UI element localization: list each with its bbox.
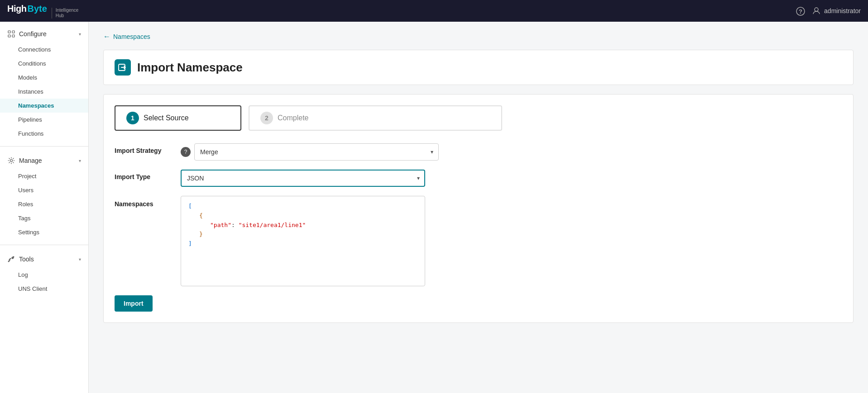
svg-rect-3 (8, 31, 10, 33)
tools-group-header[interactable]: Tools ▾ (0, 251, 88, 268)
import-button-row: Import (115, 295, 842, 312)
configure-label: Configure (19, 30, 47, 38)
tools-chevron: ▾ (79, 257, 81, 262)
page-title: Import Namespace (137, 61, 243, 75)
svg-rect-5 (8, 35, 10, 37)
import-strategy-select[interactable]: Merge Replace Append (194, 143, 439, 161)
sidebar-item-log[interactable]: Log (0, 268, 88, 282)
sidebar-divider-2 (0, 245, 88, 245)
svg-rect-6 (12, 35, 14, 37)
step-2-label: Complete (278, 114, 308, 122)
import-strategy-label: Import Strategy (115, 143, 173, 154)
configure-chevron: ▾ (79, 32, 81, 37)
logo: HighByte IntelligenceHub (7, 4, 78, 19)
breadcrumb-label: Namespaces (113, 33, 150, 40)
configure-group-header[interactable]: Configure ▾ (0, 25, 88, 43)
page-header: Import Namespace (103, 50, 854, 85)
user-icon (812, 7, 820, 15)
sidebar-item-roles[interactable]: Roles (0, 197, 88, 211)
sidebar-item-settings[interactable]: Settings (0, 225, 88, 239)
step-2-circle: 2 (260, 112, 273, 124)
sidebar-item-conditions[interactable]: Conditions (0, 57, 88, 71)
sidebar-item-instances[interactable]: Instances (0, 85, 88, 99)
sidebar-item-pipelines[interactable]: Pipelines (0, 113, 88, 127)
logo-high: High (7, 4, 26, 14)
manage-chevron: ▾ (79, 158, 81, 163)
import-strategy-row: Import Strategy ? Merge Replace Append ▾ (115, 143, 842, 161)
steps-card: 1 Select Source 2 Complete Import Strate… (103, 94, 854, 323)
main-content: ← Namespaces Import Namespace 1 Select S… (89, 22, 868, 393)
import-type-row: Import Type JSON CSV XML ▾ (115, 170, 842, 187)
svg-rect-4 (12, 31, 14, 33)
sidebar-item-users[interactable]: Users (0, 183, 88, 197)
sidebar-item-connections[interactable]: Connections (0, 43, 88, 57)
sidebar-item-functions[interactable]: Functions (0, 127, 88, 141)
import-type-label: Import Type (115, 170, 173, 180)
import-type-select-wrapper: JSON CSV XML ▾ (181, 170, 425, 187)
manage-label: Manage (19, 157, 42, 164)
breadcrumb-arrow: ← (103, 33, 110, 41)
step-1-circle: 1 (126, 112, 139, 124)
svg-point-2 (815, 8, 818, 11)
sidebar: Configure ▾ Connections Conditions Model… (0, 22, 89, 393)
manage-icon (7, 156, 15, 165)
import-strategy-control: ? Merge Replace Append ▾ (181, 143, 842, 161)
sidebar-divider-1 (0, 146, 88, 147)
breadcrumb[interactable]: ← Namespaces (103, 33, 854, 41)
logo-subtitle: IntelligenceHub (52, 8, 79, 19)
manage-group-header[interactable]: Manage ▾ (0, 152, 88, 169)
namespaces-code-editor[interactable]: [ { "path": "site1/area1/line1" } ] (181, 196, 425, 286)
import-type-control: JSON CSV XML ▾ (181, 170, 842, 187)
sidebar-item-project[interactable]: Project (0, 169, 88, 183)
configure-icon (7, 30, 15, 38)
namespaces-row: Namespaces [ { "path": "site1/area1/line… (115, 196, 842, 286)
tools-section: Tools ▾ Log UNS Client (0, 247, 88, 299)
sidebar-item-namespaces[interactable]: Namespaces (0, 99, 88, 113)
logo-byte: Byte (27, 4, 47, 14)
import-type-select[interactable]: JSON CSV XML (181, 170, 425, 187)
namespaces-editor-container: [ { "path": "site1/area1/line1" } ] (181, 196, 425, 286)
import-strategy-help-icon[interactable]: ? (181, 147, 191, 157)
sidebar-item-uns-client[interactable]: UNS Client (0, 282, 88, 296)
topnav: HighByte IntelligenceHub ? administrator (0, 0, 868, 22)
manage-section: Manage ▾ Project Users Roles Tags Settin… (0, 148, 88, 243)
import-strategy-select-wrapper: Merge Replace Append ▾ (194, 143, 439, 161)
step-tab-1[interactable]: 1 Select Source (115, 105, 241, 131)
namespaces-label: Namespaces (115, 196, 173, 208)
step-1-label: Select Source (144, 114, 189, 122)
step-tab-2[interactable]: 2 Complete (249, 105, 502, 131)
tools-icon (7, 255, 15, 263)
topnav-right: ? administrator (796, 6, 861, 15)
svg-point-7 (10, 160, 13, 162)
help-icon[interactable]: ? (796, 6, 805, 15)
tools-label: Tools (19, 256, 34, 263)
import-button[interactable]: Import (115, 295, 153, 312)
steps-header: 1 Select Source 2 Complete (115, 105, 842, 131)
app-body: Configure ▾ Connections Conditions Model… (0, 22, 868, 393)
svg-text:?: ? (799, 8, 802, 15)
sidebar-item-models[interactable]: Models (0, 71, 88, 85)
sidebar-item-tags[interactable]: Tags (0, 211, 88, 225)
user-area[interactable]: administrator (812, 7, 861, 15)
username: administrator (824, 7, 861, 14)
topnav-left: HighByte IntelligenceHub (7, 4, 78, 19)
configure-section: Configure ▾ Connections Conditions Model… (0, 22, 88, 144)
page-header-icon (115, 59, 131, 76)
